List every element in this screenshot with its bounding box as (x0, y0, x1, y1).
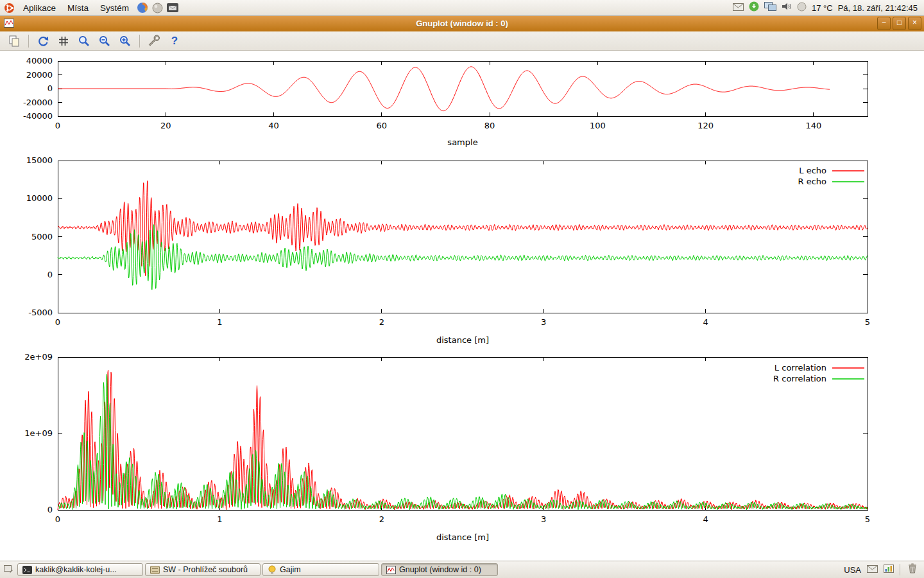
gnuplot-canvas: 020406080100120140-40000-200000200004000… (0, 51, 924, 561)
taskbar-button-gnuplot[interactable]: Gnuplot (window id : 0) (381, 563, 498, 576)
y-tick-label: 40000 (26, 56, 53, 66)
gnome-top-panel: Aplikace Místa Systém (0, 0, 924, 16)
panel-separator (900, 564, 900, 575)
close-button[interactable]: × (908, 17, 921, 30)
help-button[interactable]: ? (166, 33, 184, 49)
x-tick-label: 3 (541, 317, 546, 327)
weather-icon[interactable] (797, 2, 807, 14)
bottom-panel-tray: USA (844, 561, 924, 578)
distributor-logo-icon[interactable] (4, 3, 15, 13)
plot-border (58, 161, 868, 313)
y-tick-label: 2e+09 (24, 352, 53, 362)
configure-button[interactable] (145, 33, 163, 49)
minimize-button[interactable]: − (877, 17, 891, 30)
x-tick-label: 5 (865, 317, 870, 327)
plot-border (58, 357, 868, 510)
maximize-button[interactable]: □ (893, 17, 906, 30)
legend-label: L echo (799, 166, 826, 175)
chart-3: 01234501e+092e+09distance [m]L correlati… (24, 352, 870, 542)
window-titlebar[interactable]: Gnuplot (window id : 0) − □ × (0, 15, 924, 32)
x-tick-label: 4 (703, 514, 708, 524)
taskbar-button-gajim[interactable]: Gajim (262, 563, 379, 576)
x-tick-label: 40 (268, 121, 279, 130)
gnuplot-window-icon (4, 19, 14, 30)
x-tick-label: 4 (703, 317, 708, 327)
zoom-in-button[interactable] (116, 33, 134, 49)
x-tick-label: 2 (379, 317, 384, 327)
menu-places[interactable]: Místa (62, 2, 94, 14)
chart-2: 012345-5000050001000015000distance [m]L … (26, 155, 871, 345)
gajim-icon (268, 565, 277, 574)
show-desktop-button[interactable] (3, 563, 15, 576)
x-tick-label: 0 (55, 317, 60, 327)
zoom-out-button[interactable] (96, 33, 114, 49)
y-tick-label: -5000 (28, 308, 53, 317)
y-tick-label: 20000 (26, 70, 53, 80)
display-settings-icon[interactable] (764, 2, 776, 13)
temperature-indicator[interactable]: 17 °C (812, 3, 833, 13)
toolbar-separator (28, 35, 29, 48)
y-tick-label: 0 (47, 83, 53, 93)
series-ping-waveform (58, 67, 830, 111)
y-tick-label: 15000 (26, 155, 53, 165)
mail-client-launcher-icon[interactable] (167, 3, 178, 12)
x-axis-label: sample (447, 137, 477, 147)
task-label: SW - Prohlížeč souborů (163, 565, 248, 574)
legend-label: R echo (798, 177, 826, 186)
x-tick-label: 60 (377, 121, 388, 130)
x-tick-label: 2 (379, 514, 384, 524)
task-label: Gnuplot (window id : 0) (399, 565, 481, 574)
task-label: kaklik@kaklik-kolej-u... (35, 565, 117, 574)
replot-button[interactable] (34, 33, 52, 49)
x-tick-label: 140 (805, 121, 821, 130)
taskbar-button-terminal[interactable]: kaklik@kaklik-kolej-u... (17, 563, 143, 576)
x-tick-label: 20 (160, 121, 171, 130)
x-tick-label: 120 (697, 121, 714, 130)
x-axis-label: distance [m] (436, 532, 489, 542)
y-tick-label: 0 (47, 505, 53, 514)
window-title: Gnuplot (window id : 0) (0, 19, 924, 28)
y-tick-label: -20000 (23, 98, 53, 107)
x-axis-label: distance [m] (436, 335, 489, 345)
help-launcher-icon[interactable] (152, 3, 163, 13)
volume-icon[interactable] (782, 2, 792, 13)
taskbar-button-file-manager[interactable]: SW - Prohlížeč souborů (145, 563, 261, 576)
series-r-correlation (58, 374, 868, 510)
keyboard-layout-indicator[interactable]: USA (844, 565, 861, 575)
task-label: Gajim (280, 565, 301, 574)
toggle-grid-button[interactable] (55, 33, 73, 49)
system-tray: 17 °C Pá, 18. září, 21:42:45 (733, 1, 924, 14)
y-tick-label: 0 (47, 270, 53, 279)
mail-notification-icon[interactable] (733, 2, 744, 13)
x-tick-label: 1 (217, 317, 222, 327)
x-tick-label: 80 (484, 121, 495, 130)
chart-1: 020406080100120140-40000-200000200004000… (23, 56, 868, 147)
series-r-echo (58, 225, 868, 290)
y-tick-label: -40000 (23, 111, 53, 121)
x-tick-label: 0 (55, 121, 60, 130)
copy-to-clipboard-button[interactable] (5, 33, 23, 49)
gnuplot-plot-area: 020406080100120140-40000-200000200004000… (0, 51, 924, 561)
x-tick-label: 1 (217, 514, 222, 524)
file-manager-icon (150, 566, 160, 574)
toolbar-separator (139, 35, 140, 48)
zoom-previous-button[interactable] (75, 33, 93, 49)
menu-applications[interactable]: Aplikace (17, 2, 62, 14)
x-tick-label: 0 (55, 514, 60, 524)
gnome-bottom-panel: kaklik@kaklik-kolej-u... SW - Prohlížeč … (0, 561, 924, 578)
series-l-echo (58, 181, 868, 276)
mail-applet-icon[interactable] (867, 564, 878, 575)
legend-label: R correlation (773, 374, 826, 383)
trash-applet-icon[interactable] (906, 562, 919, 577)
legend-label: L correlation (774, 363, 826, 372)
update-notifier-icon[interactable] (749, 1, 759, 14)
firefox-launcher-icon[interactable] (137, 2, 148, 13)
terminal-icon (22, 566, 32, 574)
y-tick-label: 10000 (26, 193, 53, 203)
y-tick-label: 5000 (31, 232, 53, 241)
question-mark-icon: ? (171, 35, 178, 48)
gnuplot-icon (386, 566, 396, 574)
system-monitor-icon[interactable] (884, 564, 894, 575)
menu-system[interactable]: Systém (94, 2, 135, 14)
clock[interactable]: Pá, 18. září, 21:42:45 (838, 3, 918, 13)
